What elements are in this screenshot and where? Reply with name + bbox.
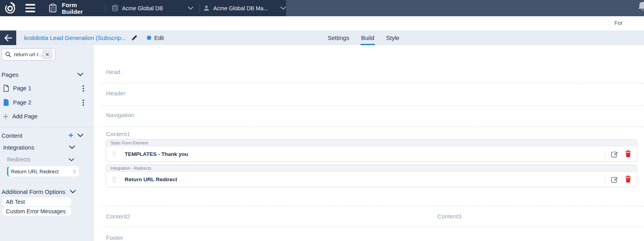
form-tabs: Settings Build Style <box>327 30 400 45</box>
database-selector-label: Acme Global DB <box>122 5 163 11</box>
top-navbar-left: Form Builder Acme Global DB Acme Global … <box>0 0 286 16</box>
drag-handle-dots-icon[interactable] <box>112 176 116 182</box>
add-content-icon[interactable]: + <box>68 131 73 139</box>
drag-handle-dots-icon[interactable] <box>112 151 116 157</box>
secondary-bar-right-label: For <box>614 20 623 26</box>
additional-options-section-header[interactable]: Additional Form Options <box>0 187 94 196</box>
integrations-section-header[interactable]: Integrations <box>0 143 94 152</box>
plus-icon <box>3 114 9 120</box>
pages-section-header[interactable]: Pages <box>0 70 94 79</box>
builder-sidebar: ✕ Pages Page 1 Page 2 Add Page <box>0 45 94 241</box>
search-input[interactable] <box>14 51 42 57</box>
delete-element-icon[interactable] <box>625 176 631 183</box>
user-icon <box>203 5 210 11</box>
canvas-section-navigation[interactable]: Navigation <box>100 106 644 127</box>
custom-error-messages-label: Custom Error Messages <box>6 208 66 214</box>
status-dot <box>147 36 151 40</box>
form-element-card[interactable]: Integration - Redirects Return URL Redir… <box>106 165 637 187</box>
form-element-card[interactable]: Static Form Element TEMPLATES - Thank yo… <box>106 139 637 162</box>
database-selector[interactable]: Acme Global DB <box>112 5 193 11</box>
redirect-item-label: Return URL Redirect <box>11 169 74 175</box>
drag-handle-icon[interactable] <box>74 169 76 174</box>
form-element-type-strip: Integration - Redirects <box>106 165 637 172</box>
chevron-down-icon[interactable] <box>70 190 76 194</box>
form-element-type-strip: Static Form Element <box>106 140 637 146</box>
form-header-bar: krobilotta Lead Generation (Subscrip... … <box>0 30 644 45</box>
sidebar-item-page-2[interactable]: Page 2 <box>0 98 94 107</box>
sidebar-item-ab-test[interactable]: AB Test <box>2 197 71 206</box>
redirects-label: Redirects <box>7 156 68 163</box>
form-canvas: Head Header Navigation Content1 Static F… <box>94 45 644 241</box>
section-label: Content2 <box>100 213 644 220</box>
edit-element-icon[interactable] <box>611 176 618 183</box>
add-page-button[interactable]: Add Page <box>0 112 94 121</box>
page-item-label: Page 2 <box>13 99 82 106</box>
back-button[interactable] <box>0 30 16 45</box>
pages-section-label: Pages <box>2 71 77 78</box>
notifications-bell-icon[interactable] <box>637 1 644 13</box>
edit-title-pencil-icon[interactable] <box>131 34 138 41</box>
tab-settings[interactable]: Settings <box>327 30 350 45</box>
chevron-down-icon[interactable] <box>77 72 84 76</box>
search-icon <box>5 51 11 57</box>
form-element-title: TEMPLATES - Thank you <box>125 151 605 157</box>
chevron-down-icon[interactable] <box>69 145 75 149</box>
sidebar-search-box: ✕ <box>2 48 55 61</box>
card-controls-divider <box>605 150 606 158</box>
database-icon <box>112 5 118 11</box>
page-item-label: Page 1 <box>13 85 82 91</box>
canvas-section-header[interactable]: Header <box>100 83 644 106</box>
page-filled-icon <box>3 99 9 106</box>
delete-element-icon[interactable] <box>625 150 631 158</box>
card-controls-divider <box>605 175 606 183</box>
page-outline-icon <box>3 85 9 92</box>
canvas-section-content2[interactable]: Content2 Content3 <box>100 206 644 227</box>
canvas-section-head[interactable]: Head <box>100 45 644 83</box>
chevron-down-icon <box>188 6 194 10</box>
back-arrow-icon <box>4 34 12 42</box>
form-element-type-label: Static Form Element <box>110 140 148 145</box>
navbar-divider <box>105 4 106 13</box>
chevron-down-icon <box>280 6 286 10</box>
canvas-section-content1[interactable]: Content1 Static Form Element TEMPLATES -… <box>100 127 644 206</box>
additional-options-label: Additional Form Options <box>2 188 70 195</box>
sidebar-item-page-1[interactable]: Page 1 <box>0 83 94 93</box>
add-page-label: Add Page <box>12 113 38 120</box>
form-title-link[interactable]: krobilotta Lead Generation (Subscrip... <box>24 34 126 41</box>
acton-logo-icon <box>4 2 17 15</box>
navbar-divider <box>199 4 200 13</box>
section-label-content3[interactable]: Content3 <box>437 213 462 220</box>
secondary-bar: For <box>0 16 644 30</box>
sidebar-divider <box>0 127 94 127</box>
chevron-down-icon[interactable] <box>68 158 74 161</box>
section-label: Header <box>100 90 644 97</box>
acton-logo[interactable] <box>4 2 17 15</box>
account-selector[interactable]: Acme Global DB Ma... <box>203 5 286 11</box>
main-menu-icon[interactable] <box>25 2 37 14</box>
search-clear-button[interactable]: ✕ <box>42 50 52 59</box>
section-label: Navigation <box>100 112 644 118</box>
form-element-type-label: Integration - Redirects <box>110 166 151 171</box>
kebab-menu-icon[interactable] <box>82 99 84 106</box>
account-selector-label: Acme Global DB Ma... <box>213 5 268 11</box>
sidebar-item-return-url-redirect[interactable]: Return URL Redirect <box>7 166 79 176</box>
tab-style[interactable]: Style <box>386 30 400 45</box>
ab-test-label: AB Test <box>6 199 25 205</box>
tab-build[interactable]: Build <box>361 30 374 45</box>
redirects-subsection-header[interactable]: Redirects <box>0 156 94 163</box>
canvas-section-footer[interactable]: Footer <box>100 227 644 241</box>
secondary-bar-divider <box>610 18 610 29</box>
form-element-title: Return URL Redirect <box>125 176 605 182</box>
section-label: Head <box>100 68 644 75</box>
integrations-section-label: Integrations <box>3 144 69 151</box>
chevron-down-icon[interactable] <box>77 133 84 137</box>
edit-element-icon[interactable] <box>611 150 618 158</box>
form-builder-icon <box>49 4 57 13</box>
content-section-header[interactable]: Content + <box>0 131 94 140</box>
content-section-label: Content <box>2 132 68 139</box>
status-label: Edit <box>154 35 164 41</box>
app-title: Form Builder <box>62 2 99 15</box>
section-label: Content1 <box>100 131 644 137</box>
sidebar-item-custom-error-messages[interactable]: Custom Error Messages <box>2 207 71 216</box>
kebab-menu-icon[interactable] <box>82 85 84 92</box>
